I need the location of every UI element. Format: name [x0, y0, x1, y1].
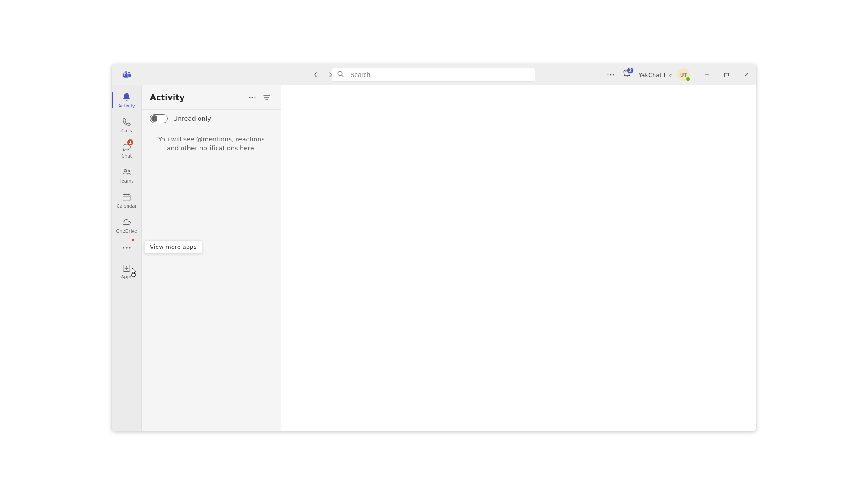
cloud-icon — [121, 217, 132, 228]
window-controls — [697, 64, 756, 85]
nav-back-button[interactable] — [309, 68, 323, 82]
activity-empty-message: You will see @mentions, reactions and ot… — [142, 128, 281, 160]
presence-available-icon — [686, 77, 690, 81]
svg-rect-12 — [725, 73, 728, 77]
rail-label: OneDrive — [116, 229, 137, 234]
svg-point-0 — [128, 72, 130, 73]
svg-point-10 — [613, 74, 614, 76]
app-body: Activity Calls 1 Chat — [112, 85, 756, 431]
more-apps-tooltip: View more apps — [144, 240, 202, 253]
activity-options-button[interactable] — [246, 91, 259, 104]
user-avatar[interactable]: UT — [677, 68, 690, 81]
titlebar: T — [112, 64, 756, 85]
svg-line-13 — [744, 73, 749, 77]
activity-filter-button[interactable] — [260, 91, 273, 104]
svg-line-14 — [744, 73, 749, 77]
org-name-label[interactable]: YakChat Ltd — [635, 72, 677, 78]
notification-badge: 2 — [627, 67, 634, 74]
search-icon — [337, 70, 344, 79]
rail-label: Activity — [118, 103, 135, 108]
avatar-initials: UT — [680, 72, 687, 78]
svg-point-22 — [126, 247, 127, 248]
rail-item-calendar[interactable]: Calendar — [112, 188, 141, 213]
titlebar-right: 2 YakChat Ltd UT — [603, 64, 756, 85]
apps-icon — [121, 263, 132, 273]
svg-point-6 — [338, 71, 342, 76]
svg-rect-17 — [123, 194, 130, 201]
rail-item-calls[interactable]: Calls — [112, 112, 141, 137]
svg-point-23 — [129, 247, 130, 248]
calendar-icon — [121, 192, 132, 203]
rail-item-chat[interactable]: 1 Chat — [112, 137, 141, 162]
rail-label: Apps — [121, 274, 132, 279]
search-box[interactable] — [332, 68, 535, 82]
minimize-button[interactable] — [697, 64, 717, 85]
svg-point-8 — [608, 74, 609, 76]
rail-label: Teams — [119, 179, 134, 183]
svg-point-28 — [252, 97, 253, 98]
rail-label: Calls — [121, 128, 132, 133]
svg-point-9 — [610, 74, 612, 76]
svg-point-27 — [249, 97, 251, 98]
svg-line-7 — [342, 75, 343, 77]
activity-title: Activity — [150, 93, 185, 102]
activity-header: Activity — [142, 85, 281, 110]
svg-text:T: T — [123, 73, 126, 77]
app-rail: Activity Calls 1 Chat — [112, 85, 142, 431]
main-content — [281, 85, 756, 431]
people-icon — [121, 167, 132, 178]
notifications-button[interactable]: 2 — [619, 64, 635, 85]
rail-label: Calendar — [117, 204, 137, 209]
svg-point-29 — [255, 97, 256, 98]
app-logo: T — [112, 70, 142, 80]
unread-only-row: Unread only — [142, 110, 281, 128]
unread-only-label: Unread only — [173, 115, 211, 122]
app-window: T — [112, 64, 756, 431]
maximize-button[interactable] — [717, 64, 736, 85]
activity-panel: Activity Unread only You will see @menti… — [142, 85, 281, 431]
svg-point-16 — [128, 170, 129, 172]
search-input[interactable] — [350, 71, 530, 78]
toggle-knob — [151, 115, 157, 122]
settings-more-button[interactable] — [603, 74, 619, 76]
more-icon — [121, 243, 132, 253]
more-notification-dot — [132, 239, 134, 241]
unread-only-toggle[interactable] — [150, 114, 168, 123]
rail-item-activity[interactable]: Activity — [112, 87, 141, 112]
chat-badge: 1 — [127, 139, 133, 145]
rail-item-teams[interactable]: Teams — [112, 162, 141, 188]
svg-point-21 — [123, 247, 124, 248]
rail-item-apps[interactable]: Apps — [112, 258, 141, 283]
activity-header-actions — [246, 91, 273, 104]
bell-filled-icon — [121, 92, 132, 102]
rail-label: Chat — [121, 154, 132, 158]
svg-point-15 — [124, 169, 127, 172]
close-button[interactable] — [736, 64, 756, 85]
teams-icon: T — [122, 70, 132, 80]
rail-more-button[interactable] — [112, 238, 141, 258]
rail-item-onedrive[interactable]: OneDrive — [112, 213, 141, 238]
phone-icon — [121, 117, 132, 128]
